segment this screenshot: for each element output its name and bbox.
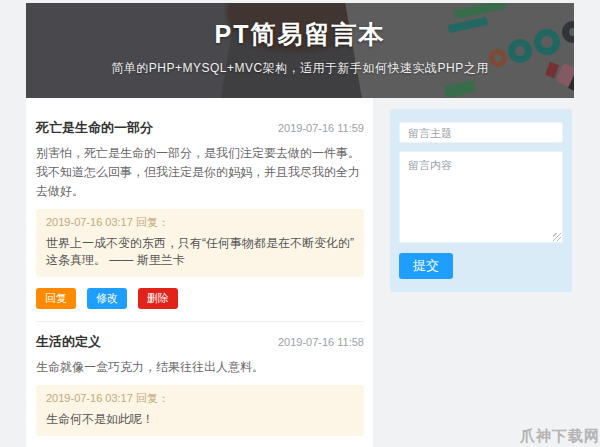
reply-date: 2019-07-16 03:17 回复： [46, 391, 354, 406]
edit-button[interactable]: 修改 [87, 288, 127, 309]
reply-text: 生命何不是如此呢！ [46, 411, 354, 428]
content-textarea[interactable] [399, 151, 563, 243]
site-subtitle: 简单的PHP+MYSQL+MVC架构，适用于新手如何快速实战PHP之用 [26, 60, 574, 77]
delete-button[interactable]: 删除 [138, 288, 178, 309]
resize-handle-icon[interactable] [553, 233, 561, 241]
message-date: 2019-07-16 11:59 [278, 122, 364, 134]
message-item: 死亡是生命的一部分 2019-07-16 11:59 别害怕，死亡是生命的一部分… [36, 108, 364, 322]
message-title: 死亡是生命的一部分 [36, 119, 153, 137]
message-item: 生活的定义 2019-07-16 11:58 生命就像一盒巧克力，结果往往出人意… [36, 322, 364, 447]
sidebar: 提交 [390, 98, 572, 292]
message-date: 2019-07-16 11:58 [278, 336, 364, 348]
header-banner: PT简易留言本 简单的PHP+MYSQL+MVC架构，适用于新手如何快速实战PH… [26, 3, 574, 98]
message-body: 别害怕，死亡是生命的一部分，是我们注定要去做的一件事。我不知道怎么回事，但我注定… [36, 144, 364, 201]
subject-input[interactable] [399, 122, 563, 143]
message-body: 生命就像一盒巧克力，结果往往出人意料。 [36, 358, 364, 377]
watermark-text: 爪神下载网 [520, 427, 600, 446]
site-title: PT简易留言本 [26, 18, 574, 51]
reply-date: 2019-07-16 03:17 回复： [46, 215, 354, 230]
page-container: PT简易留言本 简单的PHP+MYSQL+MVC架构，适用于新手如何快速实战PH… [26, 3, 574, 447]
message-title: 生活的定义 [36, 333, 101, 351]
message-form-panel: 提交 [390, 109, 572, 292]
submit-button[interactable]: 提交 [399, 253, 453, 279]
admin-reply-box: 2019-07-16 03:17 回复： 世界上一成不变的东西，只有“任何事物都… [36, 209, 364, 277]
reply-button[interactable]: 回复 [36, 288, 76, 309]
reply-text: 世界上一成不变的东西，只有“任何事物都是在不断变化的”这条真理。 —— 斯里兰卡 [46, 235, 354, 269]
message-list: 死亡是生命的一部分 2019-07-16 11:59 别害怕，死亡是生命的一部分… [26, 98, 373, 447]
admin-reply-box: 2019-07-16 03:17 回复： 生命何不是如此呢！ [36, 385, 364, 436]
